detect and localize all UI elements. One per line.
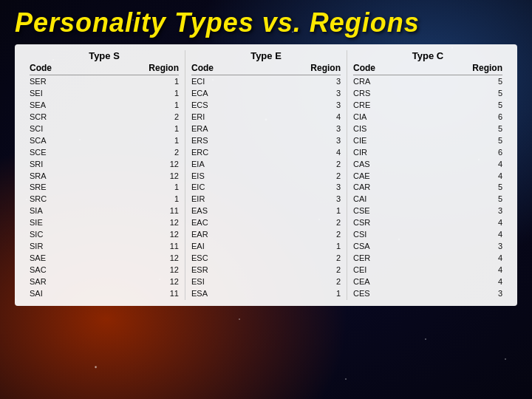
cell-code: CSE — [353, 205, 435, 217]
cell-region: 5 — [435, 194, 502, 205]
cell-code: SCA — [30, 135, 112, 147]
cell-code: ESC — [191, 253, 273, 265]
cell-code: CIR — [353, 147, 435, 159]
cell-region: 3 — [435, 205, 502, 217]
col-header-code: Code — [353, 63, 435, 73]
table-row: ERA3 — [191, 123, 341, 135]
table-row: SCR2 — [30, 112, 179, 123]
type-header-1: Type E — [191, 50, 341, 61]
col-headers-1: CodeRegion — [191, 63, 341, 75]
cell-code: EIR — [191, 194, 273, 205]
table-row: SAC12 — [30, 265, 179, 276]
cell-code: SAC — [30, 265, 112, 276]
cell-code: EIA — [191, 159, 273, 171]
table-row: CRA5 — [353, 76, 502, 88]
cell-code: CIE — [353, 135, 435, 147]
cell-region: 12 — [112, 171, 179, 183]
table-row: SCE2 — [30, 147, 179, 159]
cell-region: 3 — [273, 88, 341, 100]
cell-code: SRC — [30, 194, 112, 205]
table-row: CEI4 — [353, 265, 502, 276]
table-row: CIR6 — [353, 147, 502, 159]
cell-region: 12 — [112, 253, 179, 265]
table-row: CRE5 — [353, 100, 502, 112]
cell-code: ERC — [191, 147, 273, 159]
cell-code: ESR — [191, 265, 273, 276]
cell-code: CIS — [353, 123, 435, 135]
cell-code: SER — [30, 76, 112, 88]
cell-region: 12 — [112, 265, 179, 276]
cell-code: SAE — [30, 253, 112, 265]
cell-code: CAR — [353, 182, 435, 194]
cell-region: 4 — [435, 217, 502, 229]
cell-region: 1 — [112, 76, 179, 88]
cell-region: 1 — [112, 123, 179, 135]
cell-region: 5 — [435, 123, 502, 135]
table-row: SIC12 — [30, 229, 179, 241]
cell-code: EAR — [191, 229, 273, 241]
cell-code: ESI — [191, 276, 273, 288]
cell-region: 4 — [435, 229, 502, 241]
cell-code: EAI — [191, 241, 273, 253]
type-column-1: Type ECodeRegionECI3ECA3ECS3ERI4ERA3ERS3… — [185, 50, 347, 300]
table-row: SCA1 — [30, 135, 179, 147]
cell-region: 3 — [273, 194, 341, 205]
cell-code: CEA — [353, 276, 435, 288]
page-title: Personality Types vs. Regions — [15, 7, 517, 38]
cell-region: 1 — [112, 88, 179, 100]
cell-code: ERS — [191, 135, 273, 147]
table-row: CAS4 — [353, 159, 502, 171]
cell-code: SIE — [30, 217, 112, 229]
cell-code: ERA — [191, 123, 273, 135]
cell-code: CRA — [353, 76, 435, 88]
table-row: SER1 — [30, 76, 179, 88]
table-row: ERC4 — [191, 147, 341, 159]
col-header-region: Region — [435, 63, 502, 73]
cell-region: 4 — [435, 171, 502, 183]
table-row: CSA3 — [353, 241, 502, 253]
cell-region: 11 — [112, 241, 179, 253]
table-row: CAE4 — [353, 171, 502, 183]
cell-code: EAS — [191, 205, 273, 217]
cell-region: 3 — [273, 135, 341, 147]
cell-code: CRE — [353, 100, 435, 112]
table-row: EIC3 — [191, 182, 341, 194]
table-row: ERI4 — [191, 112, 341, 123]
cell-region: 12 — [112, 229, 179, 241]
table-row: ESA1 — [191, 288, 341, 300]
table-row: CER4 — [353, 253, 502, 265]
table-row: ECS3 — [191, 100, 341, 112]
cell-code: CIA — [353, 112, 435, 123]
table-row: SAE12 — [30, 253, 179, 265]
table-row: CIE5 — [353, 135, 502, 147]
type-column-0: Type SCodeRegionSER1SEI1SEA1SCR2SCI1SCA1… — [24, 50, 185, 300]
cell-code: SRA — [30, 171, 112, 183]
cell-region: 5 — [435, 76, 502, 88]
cell-region: 5 — [435, 88, 502, 100]
col-header-code: Code — [30, 63, 112, 73]
cell-code: SEA — [30, 100, 112, 112]
cell-code: CRS — [353, 88, 435, 100]
cell-region: 3 — [273, 182, 341, 194]
cell-region: 2 — [273, 229, 341, 241]
cell-region: 12 — [112, 217, 179, 229]
cell-code: CSI — [353, 229, 435, 241]
col-headers-2: CodeRegion — [353, 63, 502, 75]
cell-region: 1 — [112, 194, 179, 205]
cell-region: 3 — [273, 100, 341, 112]
cell-code: CSA — [353, 241, 435, 253]
cell-code: CAS — [353, 159, 435, 171]
cell-region: 11 — [112, 288, 179, 300]
cell-region: 5 — [435, 182, 502, 194]
table-row: ECA3 — [191, 88, 341, 100]
table-row: ESC2 — [191, 253, 341, 265]
cell-code: SCE — [30, 147, 112, 159]
type-header-0: Type S — [30, 50, 179, 61]
cell-code: EAC — [191, 217, 273, 229]
table-row: SAR12 — [30, 276, 179, 288]
table-row: CSI4 — [353, 229, 502, 241]
cell-code: CSR — [353, 217, 435, 229]
cell-region: 1 — [112, 135, 179, 147]
cell-code: CER — [353, 253, 435, 265]
cell-code: ECA — [191, 88, 273, 100]
